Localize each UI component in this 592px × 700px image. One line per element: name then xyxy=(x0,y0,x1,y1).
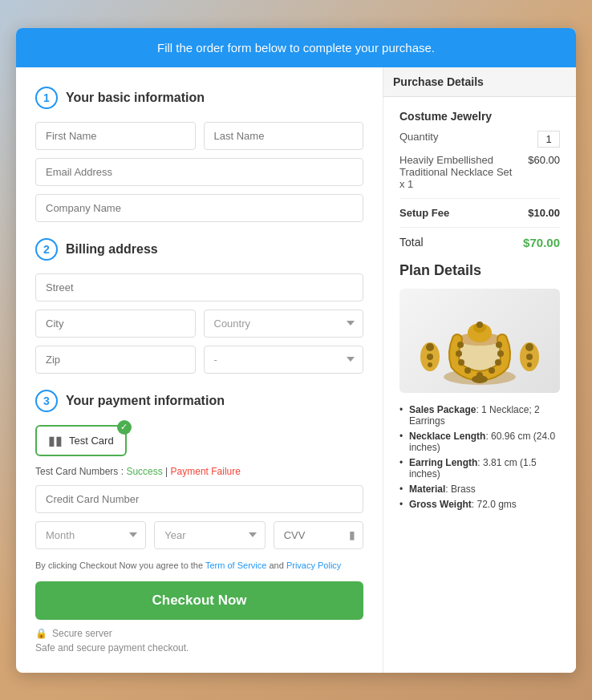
top-banner: Fill the order form below to complete yo… xyxy=(16,28,576,67)
privacy-policy-link[interactable]: Privacy Policy xyxy=(286,560,341,570)
bullet-sales-package: Sales Package: 1 Necklace; 2 Earrings xyxy=(399,404,560,427)
safe-text: Safe and secure payment checkout. xyxy=(35,642,363,653)
setup-fee-value: $10.00 xyxy=(528,207,560,219)
month-select[interactable]: Month xyxy=(35,521,146,549)
city-input[interactable] xyxy=(35,310,196,338)
section3-header: 3 Your payment information xyxy=(35,390,363,412)
right-panel: Purchase Details Costume Jewelry Quantit… xyxy=(383,67,576,673)
svg-point-12 xyxy=(472,375,488,383)
test-card-label: Test Card Numbers : xyxy=(35,466,124,477)
cvv-wrap: ▮ xyxy=(274,521,363,549)
item-row: Heavily EmbellishedTraditional Necklace … xyxy=(399,154,560,190)
secure-label: Secure server xyxy=(52,628,112,639)
total-value: $70.00 xyxy=(523,236,560,249)
svg-point-8 xyxy=(489,367,495,374)
section1-number: 1 xyxy=(35,87,58,109)
svg-point-17 xyxy=(426,343,434,351)
plan-details-title: Plan Details xyxy=(399,262,560,279)
section1-title: Your basic information xyxy=(66,91,205,105)
last-name-input[interactable] xyxy=(204,122,364,150)
svg-point-23 xyxy=(527,362,532,367)
country-select[interactable]: Country xyxy=(204,310,364,338)
divider1 xyxy=(399,198,560,199)
bullet-list: Sales Package: 1 Necklace; 2 Earrings Ne… xyxy=(399,404,560,510)
separator: | xyxy=(165,466,168,477)
total-row: Total $70.00 xyxy=(399,236,560,249)
quantity-value: 1 xyxy=(537,131,560,148)
cc-number-row xyxy=(35,485,363,513)
first-name-input[interactable] xyxy=(35,122,196,150)
and-text: and xyxy=(269,560,283,570)
street-row xyxy=(35,273,363,301)
section2-number: 2 xyxy=(35,238,58,261)
zip-input[interactable] xyxy=(35,346,196,374)
bullet-necklace-length: Necklace Length: 60.96 cm (24.0 inches) xyxy=(399,431,560,453)
necklace-svg xyxy=(416,293,544,389)
svg-point-11 xyxy=(496,342,502,348)
purchase-details-header: Purchase Details xyxy=(383,67,576,97)
quantity-label: Quantity xyxy=(399,131,537,143)
terms-of-service-link[interactable]: Term of Service xyxy=(205,560,266,570)
section1-header: 1 Your basic information xyxy=(35,87,363,109)
success-link[interactable]: Success xyxy=(126,466,162,477)
bullet-material: Material: Brass xyxy=(399,484,560,495)
svg-point-4 xyxy=(456,350,462,357)
item-price: $60.00 xyxy=(528,154,560,166)
divider2 xyxy=(399,227,560,228)
card-option[interactable]: ▮▮ Test Card ✓ xyxy=(35,425,127,456)
company-row xyxy=(35,194,363,222)
bullet-earring-length: Earring Length: 3.81 cm (1.5 inches) xyxy=(399,457,560,479)
section3-number: 3 xyxy=(35,390,58,412)
svg-point-6 xyxy=(464,367,471,374)
test-card-numbers-row: Test Card Numbers : Success | Payment Fa… xyxy=(35,466,363,477)
city-country-row: Country xyxy=(35,310,363,338)
card-label: Test Card xyxy=(69,435,114,447)
bullet-gross-weight: Gross Weight: 72.0 gms xyxy=(399,499,560,510)
street-input[interactable] xyxy=(35,273,363,301)
check-icon: ✓ xyxy=(117,420,132,435)
content-area: 1 Your basic information 2 Billing addre… xyxy=(16,67,576,673)
failure-link[interactable]: Payment Failure xyxy=(171,466,241,477)
left-panel: 1 Your basic information 2 Billing addre… xyxy=(16,67,383,673)
quantity-row: Quantity 1 xyxy=(399,131,560,148)
svg-point-22 xyxy=(526,354,533,360)
setup-fee-label: Setup Fee xyxy=(399,207,449,219)
product-image xyxy=(399,289,560,393)
terms-prefix: By clicking Checkout Now you agree to th… xyxy=(35,560,203,570)
banner-text: Fill the order form below to complete yo… xyxy=(157,41,435,55)
section2-title: Billing address xyxy=(66,242,158,257)
total-label: Total xyxy=(399,236,424,249)
section3-title: Your payment information xyxy=(66,394,225,408)
svg-point-19 xyxy=(428,362,432,367)
product-name: Costume Jewelry xyxy=(399,110,560,123)
svg-point-9 xyxy=(495,359,501,366)
svg-point-15 xyxy=(476,322,483,328)
company-input[interactable] xyxy=(35,194,363,222)
section2-header: 2 Billing address xyxy=(35,238,363,261)
year-select[interactable]: Year xyxy=(154,521,265,549)
svg-point-21 xyxy=(525,343,533,351)
main-container: Fill the order form below to complete yo… xyxy=(16,28,576,673)
svg-point-5 xyxy=(458,359,464,366)
card-back-icon: ▮ xyxy=(349,528,355,541)
zip-state-row: - xyxy=(35,346,363,374)
credit-card-icon: ▮▮ xyxy=(48,433,63,448)
email-row xyxy=(35,158,363,186)
state-select[interactable]: - xyxy=(204,346,364,374)
name-row xyxy=(35,122,363,150)
svg-point-3 xyxy=(457,342,464,348)
svg-point-10 xyxy=(497,350,504,357)
credit-card-input[interactable] xyxy=(35,485,363,513)
terms-text: By clicking Checkout Now you agree to th… xyxy=(35,560,363,570)
setup-fee-row: Setup Fee $10.00 xyxy=(399,207,560,219)
lock-icon: 🔒 xyxy=(35,628,47,639)
cvv-row: Month Year ▮ xyxy=(35,521,363,549)
item-name: Heavily EmbellishedTraditional Necklace … xyxy=(399,154,528,190)
checkout-button[interactable]: Checkout Now xyxy=(35,581,363,620)
email-input[interactable] xyxy=(35,158,363,186)
secure-server-row: 🔒 Secure server xyxy=(35,628,363,639)
svg-point-18 xyxy=(427,354,433,360)
